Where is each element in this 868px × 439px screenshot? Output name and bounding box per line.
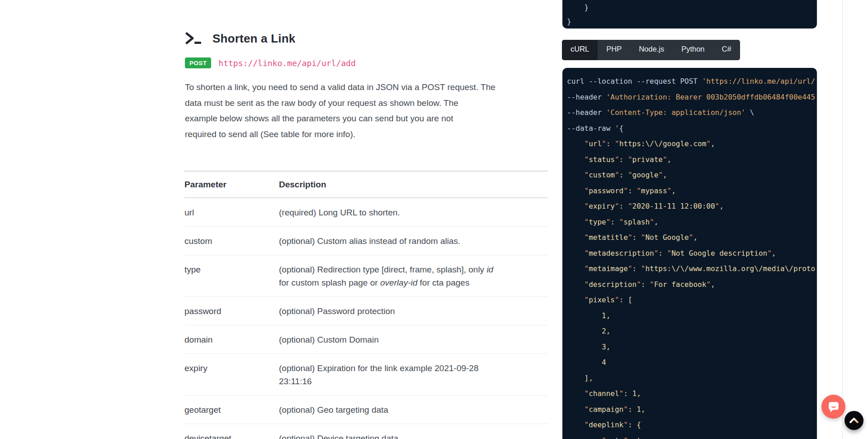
- code-line: "campaign": 1,: [567, 402, 812, 418]
- intro-paragraph: To shorten a link, you need to send a va…: [185, 80, 548, 142]
- tab-node-js[interactable]: Node.js: [630, 40, 673, 60]
- chat-widget-button[interactable]: [821, 395, 845, 419]
- intro-line: data must be sent as the raw body of you…: [185, 95, 548, 111]
- previous-code-block: }}: [562, 0, 817, 29]
- param-cell: geotarget: [184, 396, 279, 424]
- code-line: 3,: [567, 339, 812, 355]
- code-line: }: [567, 14, 812, 29]
- code-line: 2,: [567, 324, 812, 339]
- section-heading: Shorten a Link: [184, 31, 295, 46]
- code-panel: }} cURLPHPNode.jsPythonC# curl --locatio…: [562, 0, 817, 439]
- code-line: }: [567, 0, 812, 14]
- tab-curl[interactable]: cURL: [562, 40, 598, 60]
- endpoint-row: POST https://linko.me/api/url/add: [185, 57, 356, 68]
- table-row: domain(optional) Custom Domain: [184, 325, 548, 354]
- code-line: "custom": "google",: [567, 167, 812, 183]
- code-line: "description": "For facebook",: [567, 277, 812, 293]
- code-line: "auto": true: [567, 433, 812, 439]
- table-row: password(optional) Password protection: [184, 297, 548, 325]
- desc-cell: (optional) Custom alias instead of rando…: [279, 227, 548, 255]
- param-cell: domain: [184, 325, 279, 354]
- desc-cell: (optional) Redirection type [direct, fra…: [279, 255, 548, 297]
- column-header-description: Description: [279, 171, 548, 198]
- table-header-row: Parameter Description: [184, 171, 548, 198]
- code-line: curl --location --request POST 'https://…: [567, 74, 812, 90]
- code-line: "metatitle": "Not Google",: [567, 230, 812, 246]
- table-row: devicetarget(optional) Device targeting …: [184, 424, 548, 439]
- param-cell: custom: [184, 227, 279, 255]
- docs-content: Shorten a Link POST https://linko.me/api…: [184, 0, 548, 439]
- desc-cell: (optional) Custom Domain: [279, 325, 548, 354]
- page-title: Shorten a Link: [212, 32, 295, 46]
- param-cell: url: [184, 198, 279, 227]
- table-row: custom(optional) Custom alias instead of…: [184, 227, 548, 255]
- chat-bubble-icon: [827, 400, 840, 414]
- tab-php[interactable]: PHP: [598, 40, 630, 60]
- desc-cell: (optional) Device targeting data: [279, 424, 548, 439]
- code-line: "type": "splash",: [567, 215, 812, 230]
- column-header-parameter: Parameter: [184, 171, 279, 198]
- code-line: 1,: [567, 308, 812, 324]
- http-method-badge: POST: [185, 57, 211, 68]
- code-line: --data-raw '{: [567, 121, 812, 137]
- code-line: "url": "https:\/\/google.com",: [567, 136, 812, 152]
- table-row: url(required) Long URL to shorten.: [184, 198, 548, 227]
- code-line: "password": "mypass",: [567, 183, 812, 199]
- code-line: --header 'Content-Type: application/json…: [567, 105, 812, 121]
- intro-line: example below shows all the parameters y…: [185, 111, 548, 127]
- parameters-table: Parameter Description url(required) Long…: [184, 171, 548, 439]
- code-line: ],: [567, 371, 812, 387]
- tab-c-[interactable]: C#: [713, 40, 740, 60]
- tab-python[interactable]: Python: [673, 40, 713, 60]
- param-cell: type: [184, 255, 279, 297]
- params-table-body: url(required) Long URL to shorten.custom…: [184, 198, 548, 439]
- param-cell: expiry: [184, 354, 279, 396]
- table-row: type(optional) Redirection type [direct,…: [184, 255, 548, 297]
- code-tabs: cURLPHPNode.jsPythonC#: [562, 40, 740, 60]
- param-cell: devicetarget: [184, 424, 279, 439]
- code-line: "metaimage": "https:\/\/www.mozilla.org\…: [567, 261, 812, 277]
- code-line: "metadescription": "Not Google descripti…: [567, 246, 812, 262]
- intro-line: To shorten a link, you need to send a va…: [185, 80, 548, 95]
- terminal-prompt-icon: [184, 31, 203, 46]
- intro-line: required to send all (See table for more…: [185, 127, 548, 143]
- code-line: "expiry": "2020-11-11 12:00:00",: [567, 199, 812, 215]
- code-line: "pixels": [: [567, 292, 812, 308]
- scroll-to-top-button[interactable]: [844, 411, 863, 430]
- desc-cell: (required) Long URL to shorten.: [279, 198, 548, 227]
- chevron-up-icon: [849, 417, 859, 424]
- endpoint-url: https://linko.me/api/url/add: [218, 58, 355, 68]
- code-line: "channel": 1,: [567, 386, 812, 402]
- desc-cell: (optional) Expiration for the link examp…: [279, 354, 548, 396]
- code-line: --header 'Authorization: Bearer 003b2050…: [567, 90, 812, 105]
- desc-cell: (optional) Password protection: [279, 297, 548, 325]
- table-row: geotarget(optional) Geo targeting data: [184, 396, 548, 424]
- code-block: curl --location --request POST 'https://…: [562, 68, 817, 439]
- code-line: 4: [567, 355, 812, 371]
- code-line: "status": "private",: [567, 152, 812, 168]
- param-cell: password: [184, 297, 279, 325]
- table-row: expiry(optional) Expiration for the link…: [184, 354, 548, 396]
- page-scrollbar[interactable]: [863, 0, 868, 439]
- content-divider: [842, 0, 843, 439]
- code-line: "deeplink": {: [567, 417, 812, 433]
- desc-cell: (optional) Geo targeting data: [279, 396, 548, 424]
